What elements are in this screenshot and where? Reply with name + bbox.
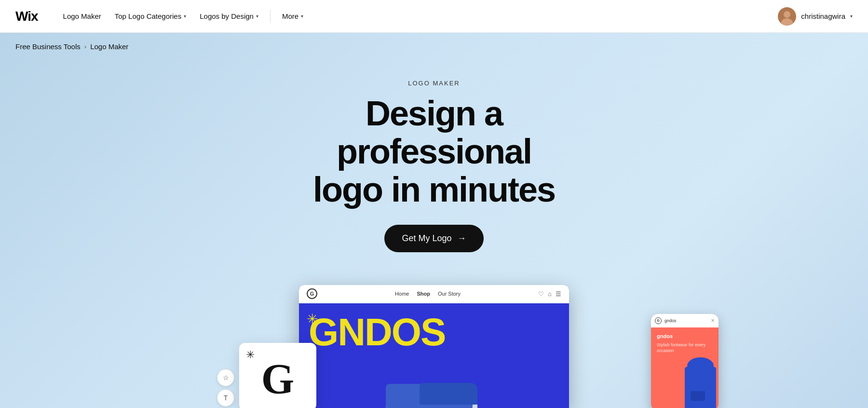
heart-icon: ♡ (538, 290, 544, 298)
star-tool-button[interactable]: ☆ (217, 369, 234, 386)
nav-more[interactable]: More ▾ (276, 8, 309, 24)
browser-icons: ♡ ⌂ ☰ (538, 290, 561, 298)
logo-preview-card[interactable]: ✳ G (239, 343, 316, 408)
breadcrumb-home[interactable]: Free Business Tools (15, 42, 81, 51)
main-content: Free Business Tools › Logo Maker LOGO MA… (0, 33, 868, 408)
close-icon: ✕ (711, 318, 715, 323)
hoodie-illustration (680, 357, 719, 408)
nav-links: Logo Maker Top Logo Categories ▾ Logos b… (57, 8, 763, 24)
browser-nav-story: Our Story (438, 291, 461, 297)
hero-eyebrow: LOGO MAKER (0, 80, 868, 87)
logo-tools: ☆ T (217, 369, 234, 407)
wix-logo[interactable]: Wix (15, 9, 38, 24)
preview-area: ☆ T ✳ G G Home Shop Our Story (0, 275, 868, 408)
nav-logo-maker[interactable]: Logo Maker (57, 8, 107, 24)
hero-title: Design a professional logo in minutes (265, 95, 603, 209)
home-icon: ⌂ (548, 290, 552, 298)
phone-mockup: G gndos ✕ gndos Stylish footwear for eve… (651, 314, 719, 408)
browser-mockup: G Home Shop Our Story ♡ ⌂ ☰ ✳ GNDOS (299, 285, 569, 408)
browser-bar: G Home Shop Our Story ♡ ⌂ ☰ (299, 285, 569, 303)
user-menu[interactable]: christinagwira ▾ (778, 7, 853, 26)
logo-snowflake-icon: ✳ (246, 349, 255, 361)
text-icon: T (224, 394, 228, 402)
svg-point-1 (784, 11, 790, 18)
breadcrumb-separator: › (84, 43, 86, 50)
phone-content: gndos Stylish footwear for every occasio… (651, 327, 719, 360)
browser-content: ✳ GNDOS (299, 303, 569, 408)
hoodie-pocket (691, 391, 705, 401)
avatar (778, 7, 796, 26)
phone-bar: G gndos ✕ (651, 314, 719, 327)
chevron-down-icon: ▾ (184, 14, 186, 19)
phone-subtitle: Stylish footwear for every occasion (657, 342, 713, 354)
arrow-icon: → (458, 233, 466, 244)
breadcrumb-current: Logo Maker (90, 42, 128, 51)
chevron-down-icon: ▾ (256, 14, 258, 19)
sneaker-illustration (386, 367, 482, 408)
phone-title: gndos (657, 333, 713, 339)
nav-top-logo-categories[interactable]: Top Logo Categories ▾ (109, 8, 192, 24)
username-label: christinagwira (801, 12, 845, 20)
hero-section: LOGO MAKER Design a professional logo in… (0, 60, 868, 275)
browser-nav-home: Home (395, 291, 409, 297)
browser-nav: Home Shop Our Story (327, 291, 529, 297)
chevron-down-icon: ▾ (301, 14, 303, 19)
hoodie-body (685, 367, 716, 408)
navbar: Wix Logo Maker Top Logo Categories ▾ Log… (0, 0, 868, 33)
phone-logo: G (655, 317, 662, 324)
logo-letter: G (261, 358, 294, 400)
sneaker-upper (420, 383, 477, 405)
text-tool-button[interactable]: T (217, 389, 234, 407)
nav-logos-by-design[interactable]: Logos by Design ▾ (194, 8, 264, 24)
logo-card: ☆ T ✳ G (217, 343, 316, 408)
menu-icon: ☰ (556, 290, 561, 298)
brand-headline: GNDOS (309, 313, 445, 352)
breadcrumb: Free Business Tools › Logo Maker (0, 33, 868, 60)
browser-site-logo: G (307, 288, 317, 299)
nav-divider (270, 10, 271, 23)
get-logo-button[interactable]: Get My Logo → (384, 225, 483, 252)
browser-nav-shop: Shop (417, 291, 430, 297)
star-icon: ☆ (223, 374, 229, 381)
phone-brand-name: gndos (665, 318, 677, 323)
sneaker-shape (386, 367, 482, 408)
user-chevron-icon: ▾ (850, 14, 853, 19)
